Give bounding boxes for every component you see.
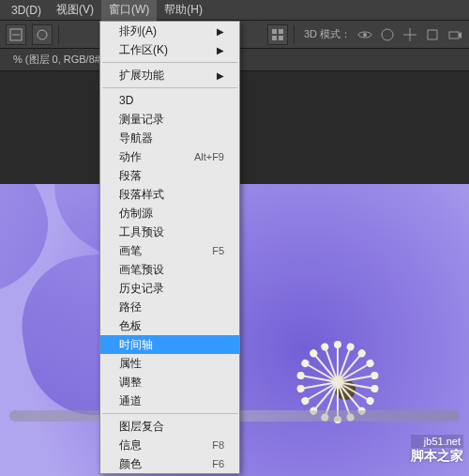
menu-item-label: 仿制源 (119, 206, 153, 222)
menu-item-layer-comps[interactable]: 图层复合 (100, 417, 239, 436)
menu-item-clone-source[interactable]: 仿制源 (100, 204, 239, 223)
svg-rect-2 (272, 29, 277, 34)
menu-item-3d[interactable]: 3D (100, 91, 239, 110)
svg-rect-9 (428, 30, 437, 39)
menu-item-label: 工具预设 (119, 224, 164, 240)
menu-item-label: 颜色 (119, 456, 142, 472)
menu-item-label: 段落样式 (119, 187, 164, 203)
tool-option-button[interactable] (32, 24, 53, 45)
menu-separator (102, 87, 237, 88)
menu-separator (102, 413, 237, 414)
menu-item-paths[interactable]: 路径 (100, 298, 239, 316)
menu-item-properties[interactable]: 属性 (100, 354, 239, 373)
svg-rect-10 (449, 32, 459, 38)
menu-window[interactable]: 窗口(W) (101, 0, 157, 21)
menu-item-label: 历史记录 (119, 281, 164, 297)
menu-item-label: 通道 (119, 393, 142, 409)
menu-item-history[interactable]: 历史记录 (100, 279, 239, 298)
menu-item-label: 路径 (119, 299, 142, 315)
menu-item-shortcut: F6 (212, 458, 224, 469)
svg-point-7 (363, 33, 367, 37)
menu-item-paragraph[interactable]: 段落 (100, 166, 239, 185)
svg-point-8 (382, 29, 393, 40)
menu-item-workspace[interactable]: 工作区(K) ▶ (100, 40, 239, 59)
menu-item-tool-presets[interactable]: 工具预设 (100, 223, 239, 241)
menu-separator (102, 62, 237, 63)
menu-view[interactable]: 视图(V) (49, 0, 101, 21)
watermark-url: jb51.net (411, 435, 463, 448)
toolbar-separator (58, 25, 59, 44)
mode-label: 3D 模式： (304, 27, 351, 41)
menu-item-label: 动作 (119, 149, 142, 165)
scale-icon[interactable] (424, 26, 441, 43)
camera-icon[interactable] (446, 26, 463, 43)
svg-rect-4 (272, 36, 277, 40)
menu-item-label: 工作区(K) (119, 42, 168, 58)
pan-icon[interactable] (379, 26, 396, 43)
menu-item-arrange[interactable]: 排列(A) ▶ (100, 22, 239, 40)
menu-item-label: 信息 (119, 438, 142, 453)
menu-item-brush[interactable]: 画笔 F5 (100, 241, 239, 260)
window-menu-dropdown: 排列(A) ▶ 工作区(K) ▶ 扩展功能 ▶ 3D 测量记录 导航器 动作 A… (99, 21, 240, 474)
watermark-name: 脚本之家 (411, 448, 463, 465)
menu-item-shortcut: F5 (212, 245, 224, 256)
submenu-arrow-icon: ▶ (217, 26, 224, 37)
toolbar-separator (294, 25, 295, 44)
menu-item-shortcut: F8 (212, 439, 224, 451)
menu-item-label: 时间轴 (119, 337, 153, 353)
menu-item-label: 色板 (119, 318, 142, 334)
svg-rect-5 (279, 36, 283, 40)
menu-item-measurement[interactable]: 测量记录 (100, 110, 239, 129)
menu-item-label: 导航器 (119, 131, 153, 146)
menu-item-shortcut: Alt+F9 (194, 151, 224, 162)
menu-item-label: 图层复合 (119, 419, 164, 435)
menubar: 3D(D) 视图(V) 窗口(W) 帮助(H) (0, 0, 469, 21)
menu-item-label: 画笔 (119, 243, 142, 259)
svg-rect-3 (279, 29, 283, 34)
menu-item-brush-presets[interactable]: 画笔预设 (100, 260, 239, 279)
menu-item-timeline[interactable]: 时间轴 (100, 335, 239, 354)
menu-3d[interactable]: 3D(D) (4, 1, 49, 20)
menu-item-navigator[interactable]: 导航器 (100, 129, 239, 147)
submenu-arrow-icon: ▶ (217, 70, 224, 81)
tool-preset-button[interactable] (6, 24, 26, 45)
menu-item-extensions[interactable]: 扩展功能 ▶ (100, 66, 239, 84)
menu-item-label: 测量记录 (119, 112, 164, 128)
menu-item-adjustments[interactable]: 调整 (100, 373, 239, 392)
menu-item-channels[interactable]: 通道 (100, 392, 239, 410)
menu-item-label: 调整 (119, 375, 142, 391)
move-icon[interactable] (401, 26, 418, 43)
watermark: jb51.net 脚本之家 (411, 435, 463, 465)
menu-item-label: 扩展功能 (119, 68, 164, 84)
menu-item-actions[interactable]: 动作 Alt+F9 (100, 147, 239, 166)
menu-item-swatches[interactable]: 色板 (100, 316, 239, 335)
menu-item-label: 画笔预设 (119, 262, 164, 278)
menu-item-label: 段落 (119, 168, 142, 184)
menu-item-paragraph-styles[interactable]: 段落样式 (100, 185, 239, 204)
document-tab-title: % (图层 0, RGB/8#) (13, 53, 104, 67)
menu-item-info[interactable]: 信息 F8 (100, 436, 239, 454)
submenu-arrow-icon: ▶ (217, 45, 224, 55)
svg-point-1 (38, 30, 47, 39)
menu-item-color[interactable]: 颜色 F6 (100, 454, 239, 473)
menu-item-label: 属性 (119, 356, 142, 372)
menu-item-label: 3D (119, 94, 133, 107)
menu-item-label: 排列(A) (119, 23, 157, 39)
orbit-icon[interactable] (356, 26, 373, 43)
grid-button[interactable] (267, 24, 288, 45)
menu-help[interactable]: 帮助(H) (157, 0, 210, 21)
